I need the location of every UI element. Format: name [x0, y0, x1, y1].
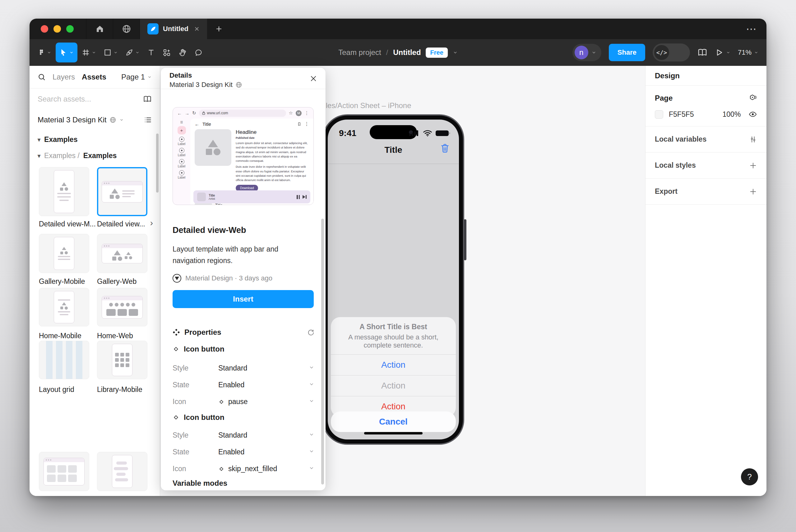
plus-icon[interactable] — [749, 162, 757, 170]
main-menu-button[interactable] — [35, 42, 54, 62]
resources-tool[interactable] — [160, 42, 174, 62]
iphone-frame[interactable]: 9:41 Title A Short Title is Best — [323, 114, 464, 445]
sidebar-scrollbar[interactable] — [156, 134, 159, 193]
property-dropdown[interactable]: Enabled — [218, 448, 245, 456]
property-dropdown[interactable]: skip_next_filled — [218, 464, 277, 473]
chevron-down-icon[interactable] — [69, 50, 74, 55]
page-selector[interactable]: Page 1 — [121, 73, 152, 81]
breadcrumb-file[interactable]: Untitled — [393, 48, 421, 57]
chevron-down-icon[interactable] — [309, 398, 314, 404]
zoom-menu[interactable]: 71% — [738, 49, 758, 57]
comment-tool[interactable] — [191, 42, 206, 62]
breadcrumb-project[interactable]: Team project — [338, 48, 381, 57]
minimize-button[interactable] — [53, 25, 61, 33]
chevron-down-icon[interactable] — [113, 50, 118, 55]
asset-thumbnail[interactable] — [39, 288, 89, 326]
refresh-icon[interactable] — [307, 328, 315, 337]
asset-thumbnail[interactable] — [39, 167, 89, 216]
fullscreen-button[interactable] — [66, 25, 74, 33]
list-view-icon[interactable] — [144, 116, 152, 124]
chevron-down-icon[interactable] — [309, 365, 314, 370]
asset-thumbnail[interactable] — [39, 341, 89, 379]
color-swatch[interactable] — [655, 110, 663, 119]
details-scrollbar[interactable] — [321, 218, 324, 484]
asset-thumbnail-selected[interactable] — [97, 167, 147, 216]
section-examples[interactable]: ▾ Examples — [38, 135, 77, 144]
window-more-button[interactable]: ⋯ — [746, 19, 757, 39]
local-variables-section[interactable]: Local variables — [646, 127, 766, 152]
tab-layers[interactable]: Layers — [53, 73, 75, 81]
trash-icon[interactable] — [440, 142, 450, 154]
asset-label[interactable]: Library-Mobile — [97, 385, 155, 394]
property-dropdown[interactable]: Standard — [218, 431, 247, 439]
fill-opacity[interactable]: 100% — [723, 110, 741, 119]
property-dropdown[interactable]: Enabled — [218, 381, 245, 389]
shape-tool[interactable] — [101, 42, 121, 62]
fill-hex[interactable]: F5F5F5 — [669, 110, 694, 119]
plus-icon[interactable] — [749, 188, 757, 196]
asset-thumbnail[interactable] — [97, 341, 147, 379]
visibility-eye-icon[interactable] — [748, 110, 757, 119]
hand-tool[interactable] — [175, 42, 190, 62]
tab-assets[interactable]: Assets — [82, 73, 106, 81]
plan-badge: Free — [426, 48, 448, 58]
asset-label[interactable]: Home-Web — [97, 332, 155, 340]
chevron-down-icon[interactable] — [309, 465, 314, 471]
library-icon[interactable] — [698, 48, 707, 57]
text-tool[interactable] — [144, 42, 158, 62]
close-button[interactable] — [41, 25, 48, 33]
local-styles-section[interactable]: Local styles — [646, 152, 766, 178]
chevron-down-icon[interactable] — [309, 381, 314, 387]
search-icon[interactable] — [38, 73, 46, 81]
share-button[interactable]: Share — [609, 44, 645, 61]
chevron-down-icon[interactable] — [47, 50, 51, 55]
page-preview-icon[interactable] — [748, 94, 757, 102]
property-dropdown[interactable]: pause — [218, 398, 248, 406]
chevron-right-icon[interactable]: › — [150, 218, 153, 228]
insert-button[interactable]: Insert — [173, 290, 314, 308]
move-tool[interactable] — [56, 42, 77, 62]
asset-label[interactable]: Home-Mobile — [39, 332, 97, 340]
cancel-button[interactable]: Cancel — [331, 412, 456, 432]
property-dropdown[interactable]: Standard — [218, 364, 247, 373]
community-button[interactable] — [113, 19, 140, 39]
asset-thumbnail[interactable] — [39, 452, 89, 491]
chevron-down-icon[interactable] — [309, 432, 314, 437]
asset-label[interactable]: Detailed view... — [97, 220, 147, 228]
asset-label[interactable]: Layout grid — [39, 385, 97, 394]
export-section[interactable]: Export — [646, 178, 766, 205]
search-input[interactable] — [38, 95, 139, 103]
tab-design[interactable]: Design — [655, 72, 680, 80]
present-button[interactable] — [715, 48, 730, 57]
variables-sliders-icon[interactable] — [749, 135, 757, 144]
asset-thumbnail[interactable] — [97, 234, 147, 273]
close-icon[interactable] — [309, 75, 318, 82]
chevron-down-icon[interactable] — [92, 50, 96, 55]
library-book-icon[interactable] — [143, 95, 152, 103]
tab-close-icon[interactable] — [194, 26, 200, 32]
new-tab-button[interactable] — [207, 19, 231, 39]
account-menu[interactable]: n — [573, 44, 601, 61]
iphone-bezel: 9:41 Title A Short Title is Best — [324, 116, 463, 443]
asset-label[interactable]: Gallery-Web — [97, 277, 155, 286]
frame-tool[interactable] — [79, 42, 99, 62]
preview-paragraph: Lorem ipsum dolor sit amet, consectetur … — [236, 141, 309, 163]
kit-selector[interactable]: Material 3 Design Kit — [30, 110, 160, 130]
file-menu-chevron-icon[interactable] — [453, 50, 458, 55]
asset-thumbnail[interactable] — [97, 452, 147, 491]
home-button[interactable] — [87, 19, 113, 39]
dev-mode-toggle[interactable]: </> — [653, 43, 690, 61]
content-area: Examples/Action Sheet – iPhone 9:41 Titl… — [30, 66, 766, 496]
asset-thumbnail[interactable] — [39, 234, 89, 273]
asset-label[interactable]: Detailed view-M... — [39, 220, 97, 228]
action-button-default[interactable]: Action — [331, 354, 456, 375]
help-button[interactable]: ? — [741, 468, 758, 486]
property-row: Style Standard — [173, 431, 316, 439]
asset-thumbnail[interactable] — [97, 288, 147, 326]
chevron-down-icon[interactable] — [135, 50, 140, 55]
file-tab[interactable]: Untitled — [140, 19, 207, 39]
section-examples-examples[interactable]: ▾ Examples / Examples — [38, 152, 116, 160]
asset-label[interactable]: Gallery-Mobile — [39, 277, 97, 286]
chevron-down-icon[interactable] — [309, 449, 314, 454]
pen-tool[interactable] — [122, 42, 143, 62]
